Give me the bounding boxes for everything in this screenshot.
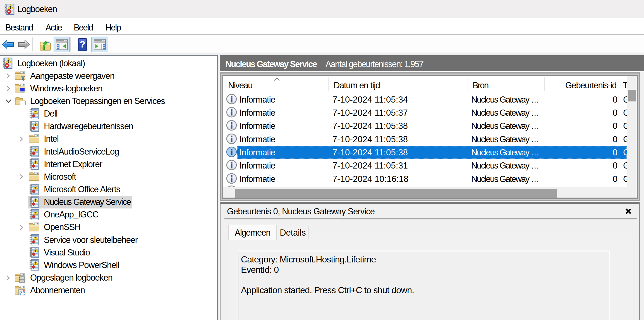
svg-text:?: ? (80, 39, 85, 49)
